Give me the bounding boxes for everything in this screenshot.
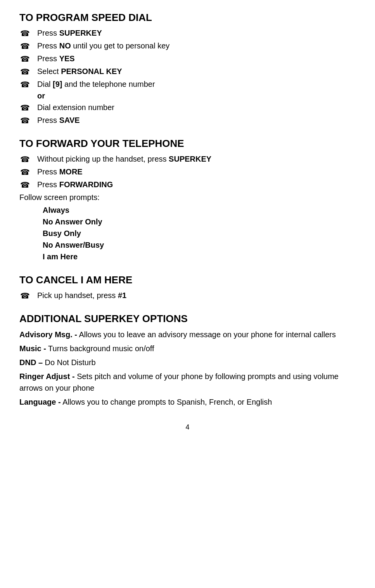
item-label: Music - — [19, 344, 46, 353]
cancel-steps: ☎ Pick up handset, press #1 — [19, 290, 356, 301]
phone-icon: ☎ — [19, 290, 30, 301]
additional-item: DND – Do Not Disturb — [19, 357, 356, 368]
additional-content: Advisory Msg. - Allows you to leave an a… — [19, 329, 356, 408]
key-label: NO — [59, 41, 71, 50]
key-label: #1 — [118, 291, 126, 300]
key-label: YES — [59, 54, 75, 63]
key-label: MORE — [59, 167, 83, 176]
key-label: SAVE — [59, 116, 80, 124]
phone-icon: ☎ — [19, 53, 30, 64]
additional-section: ADDITIONAL SUPERKEY OPTIONS Advisory Msg… — [19, 313, 356, 408]
list-item: ☎ Press NO until you get to personal key — [19, 40, 356, 52]
step-text: Select PERSONAL KEY — [37, 66, 356, 77]
list-item: No Answer/Busy — [43, 239, 356, 251]
key-label: FORWARDING — [59, 180, 113, 189]
phone-icon: ☎ — [19, 28, 30, 39]
list-item: ☎ Dial extension number — [19, 102, 356, 113]
list-item: ☎ Pick up handset, press #1 — [19, 290, 356, 301]
item-label: DND – — [19, 358, 43, 367]
forwarding-options: Always No Answer Only Busy Only No Answe… — [19, 204, 356, 262]
step-text: Dial extension number — [37, 102, 356, 113]
list-item: ☎ Select PERSONAL KEY — [19, 66, 356, 77]
additional-item: Music - Turns background music on/off — [19, 343, 356, 354]
list-item: ☎ Without picking up the handset, press … — [19, 153, 356, 165]
forward-steps: ☎ Without picking up the handset, press … — [19, 153, 356, 190]
list-item: ☎ Press SUPERKEY — [19, 28, 356, 39]
list-item: Busy Only — [43, 228, 356, 239]
step-text: Press FORWARDING — [37, 179, 356, 190]
step-text: Press YES — [37, 53, 356, 64]
phone-icon: ☎ — [19, 79, 30, 90]
list-item: Always — [43, 204, 356, 216]
forward-section: TO FORWARD YOUR TELEPHONE ☎ Without pick… — [19, 138, 356, 262]
additional-item: Language - Allows you to change prompts … — [19, 396, 356, 408]
step-text: Pick up handset, press #1 — [37, 290, 356, 301]
speed-dial-steps: ☎ Press SUPERKEY ☎ Press NO until you ge… — [19, 28, 356, 90]
phone-icon: ☎ — [19, 154, 30, 165]
key-label: SUPERKEY — [59, 29, 102, 37]
additional-item: Advisory Msg. - Allows you to leave an a… — [19, 329, 356, 340]
list-item: ☎ Press SAVE — [19, 115, 356, 126]
item-label: Language - — [19, 398, 61, 406]
cancel-section: TO CANCEL I AM HERE ☎ Pick up handset, p… — [19, 274, 356, 301]
item-label: Ringer Adjust - — [19, 372, 75, 381]
step-text: Press SAVE — [37, 115, 356, 126]
key-label: [9] — [53, 80, 62, 88]
step-text: Dial [9] and the telephone number — [37, 79, 356, 90]
forward-title: TO FORWARD YOUR TELEPHONE — [19, 138, 356, 150]
phone-icon: ☎ — [19, 167, 30, 178]
step-text: Without picking up the handset, press SU… — [37, 153, 356, 164]
list-item: ☎ Press FORWARDING — [19, 179, 356, 190]
key-label: SUPERKEY — [169, 155, 211, 163]
step-text: Press NO until you get to personal key — [37, 40, 356, 51]
step-text: Press MORE — [37, 166, 356, 177]
phone-icon: ☎ — [19, 179, 30, 190]
page-number: 4 — [19, 423, 356, 431]
list-item: ☎ Press YES — [19, 53, 356, 64]
speed-dial-extra-steps: ☎ Dial extension number ☎ Press SAVE — [19, 102, 356, 126]
speed-dial-title: TO PROGRAM SPEED DIAL — [19, 12, 356, 24]
follow-screen-text: Follow screen prompts: — [19, 192, 356, 203]
phone-icon: ☎ — [19, 115, 30, 126]
phone-icon: ☎ — [19, 41, 30, 52]
list-item: No Answer Only — [43, 216, 356, 228]
cancel-title: TO CANCEL I AM HERE — [19, 274, 356, 286]
additional-item: Ringer Adjust - Sets pitch and volume of… — [19, 371, 356, 394]
key-label: PERSONAL KEY — [61, 67, 122, 76]
speed-dial-section: TO PROGRAM SPEED DIAL ☎ Press SUPERKEY ☎… — [19, 12, 356, 126]
phone-icon: ☎ — [19, 66, 30, 77]
list-item: ☎ Press MORE — [19, 166, 356, 178]
step-text: Press SUPERKEY — [37, 28, 356, 38]
item-label: Advisory Msg. - — [19, 330, 77, 339]
additional-title: ADDITIONAL SUPERKEY OPTIONS — [19, 313, 356, 325]
list-item: ☎ Dial [9] and the telephone number — [19, 79, 356, 90]
phone-icon: ☎ — [19, 102, 30, 113]
list-item: I am Here — [43, 251, 356, 262]
or-label: or — [19, 91, 356, 100]
